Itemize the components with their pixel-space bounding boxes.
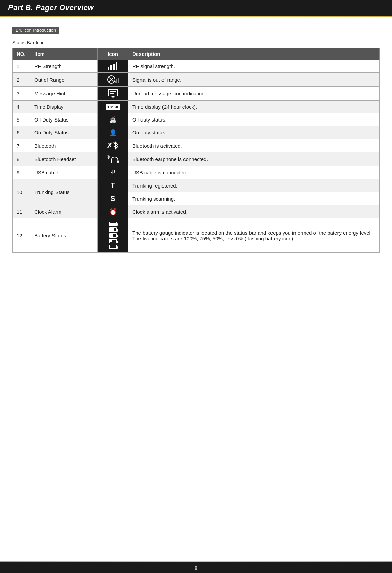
row-icon: S (98, 192, 128, 205)
row-icon (98, 73, 128, 87)
row-item: Clock Alarm (30, 205, 98, 218)
row-description: Trunking scanning. (128, 192, 380, 205)
table-row: 9 USB cable Ψ USB cable is connected. (13, 166, 380, 179)
svg-rect-10 (108, 89, 118, 96)
page-header: Part B. Pager Overview (0, 0, 392, 16)
row-no: 8 (13, 152, 30, 166)
coffee-icon: ☕ (109, 116, 117, 124)
row-description: RF signal strength. (128, 60, 380, 73)
col-header-no: NO. (13, 48, 30, 60)
row-icon (98, 152, 128, 166)
table-row: 12 Battery Status (13, 218, 380, 253)
row-icon: ☕ (98, 113, 128, 126)
row-icon: T (98, 179, 128, 192)
battery-50-icon (109, 233, 117, 238)
row-item: RF Strength (30, 60, 98, 73)
row-description: Bluetooth earphone is connected. (128, 152, 380, 166)
alarm-icon: ⏰ (109, 208, 117, 216)
page-title: Part B. Pager Overview (8, 3, 94, 12)
row-no: 3 (13, 87, 30, 101)
row-no: 4 (13, 101, 30, 113)
table-row: 2 Out of Range (13, 73, 380, 87)
trunking-t-icon: T (111, 181, 115, 190)
table-row: 6 On Duty Status 👤 On duty status. (13, 126, 380, 139)
row-no: 11 (13, 205, 30, 218)
row-description: On duty status. (128, 126, 380, 139)
svg-rect-3 (116, 62, 117, 70)
row-item: On Duty Status (30, 126, 98, 139)
person-icon: 👤 (109, 129, 117, 136)
trunking-s-icon: S (110, 194, 115, 203)
section-label: B4. Icon Introduction (12, 27, 59, 34)
table-row: 8 Bluetooth Headset Bluetoot (13, 152, 380, 166)
svg-rect-9 (118, 78, 119, 83)
content-area: B4. Icon Introduction Status Bar Icon NO… (0, 17, 392, 273)
battery-25-icon (109, 239, 117, 243)
row-icon (98, 60, 128, 73)
svg-rect-0 (108, 67, 109, 70)
row-item: USB cable (30, 166, 98, 179)
row-no: 6 (13, 126, 30, 139)
row-icon: 👤 (98, 126, 128, 139)
row-icon: ⏰ (98, 205, 128, 218)
row-item: Out of Range (30, 73, 98, 87)
row-description: Signal is out of range. (128, 73, 380, 87)
row-icon: Ψ (98, 166, 128, 179)
row-item: Bluetooth (30, 139, 98, 152)
row-description: USB cable is connected. (128, 166, 380, 179)
icon-table: NO. Item Icon Description 1 RF Strength (12, 48, 380, 253)
row-icon: 18:30 (98, 101, 128, 113)
battery-100-icon (109, 222, 117, 226)
row-description: Trunking registered. (128, 179, 380, 192)
row-no: 2 (13, 73, 30, 87)
svg-rect-2 (113, 64, 115, 70)
row-icon (98, 218, 128, 253)
svg-rect-7 (115, 81, 116, 83)
table-row: 7 Bluetooth ✗ Bluetooth is activated. (13, 139, 380, 152)
col-header-icon: Icon (98, 48, 128, 60)
table-row: 1 RF Strength RF signal strength. (13, 60, 380, 73)
battery-0-icon (109, 245, 117, 249)
time-icon: 18:30 (106, 104, 120, 110)
row-no: 7 (13, 139, 30, 152)
row-description: Off duty status. (128, 113, 380, 126)
footer-gold-bar (0, 561, 392, 562)
row-description: Bluetooth is activated. (128, 139, 380, 152)
row-icon: ✗ (98, 139, 128, 152)
row-item: Time Display (30, 101, 98, 113)
row-item: Message Hint (30, 87, 98, 101)
table-row: 3 Message Hint Unread message icon indic… (13, 87, 380, 101)
row-description: Time display (24 hour clock). (128, 101, 380, 113)
row-description: Unread message icon indication. (128, 87, 380, 101)
row-icon (98, 87, 128, 101)
battery-icons-group (109, 222, 117, 249)
row-item: Battery Status (30, 218, 98, 253)
row-description: The battery gauge indicator is located o… (128, 218, 380, 253)
table-row: 5 Off Duty Status ☕ Off duty status. (13, 113, 380, 126)
row-no: 10 (13, 179, 30, 205)
svg-rect-14 (111, 160, 112, 163)
page-number: 6 (195, 565, 197, 571)
table-header-row: NO. Item Icon Description (13, 48, 380, 60)
row-no: 5 (13, 113, 30, 126)
battery-75-icon (109, 227, 117, 232)
col-header-item: Item (30, 48, 98, 60)
row-item: Trunking Status (30, 179, 98, 205)
row-item: Off Duty Status (30, 113, 98, 126)
row-description: Clock alarm is activated. (128, 205, 380, 218)
table-row: 10 Trunking Status T Trunking registered… (13, 179, 380, 192)
usb-icon: Ψ (110, 169, 115, 176)
table-row: 11 Clock Alarm ⏰ Clock alarm is activate… (13, 205, 380, 218)
row-no: 12 (13, 218, 30, 253)
page-footer: 6 (0, 561, 392, 573)
bluetooth-icon: ✗ (107, 141, 112, 150)
table-row: 4 Time Display 18:30 Time display (24 ho… (13, 101, 380, 113)
svg-rect-15 (117, 160, 119, 163)
svg-marker-13 (111, 96, 115, 98)
svg-rect-8 (116, 79, 117, 83)
row-item: Bluetooth Headset (30, 152, 98, 166)
col-header-description: Description (128, 48, 380, 60)
svg-rect-1 (110, 65, 112, 70)
row-no: 1 (13, 60, 30, 73)
status-bar-subtitle: Status Bar Icon (12, 40, 380, 45)
